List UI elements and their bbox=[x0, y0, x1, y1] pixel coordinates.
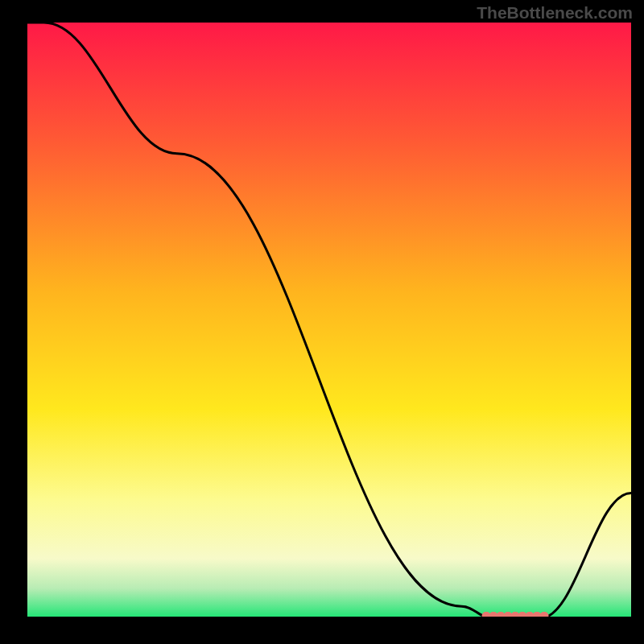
chart-container: TheBottleneck.com bbox=[0, 0, 644, 644]
plot-background bbox=[26, 23, 631, 618]
bottleneck-chart bbox=[0, 0, 644, 644]
watermark-text: TheBottleneck.com bbox=[477, 3, 633, 23]
